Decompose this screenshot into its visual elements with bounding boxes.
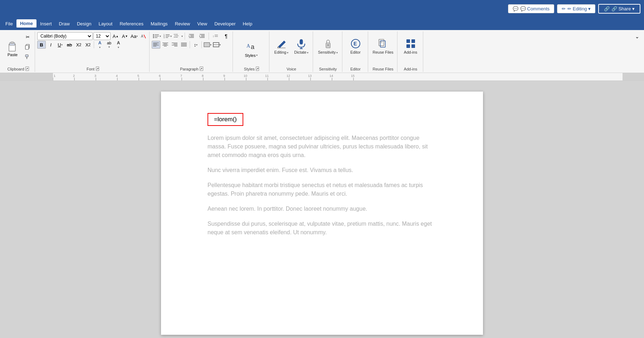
font-expand[interactable]: ↗ [96,67,99,71]
para-sep2 [209,33,209,40]
menu-mailings[interactable]: Mailings [147,20,171,28]
paragraph-group-label: Paragraph [180,66,199,71]
align-left-button[interactable] [152,41,160,49]
font-controls: Calibri (Body) 12 891011 12141618 202428… [37,32,148,65]
menu-design[interactable]: Design [73,20,95,28]
svg-text:3: 3 [94,74,96,78]
font-size-select[interactable]: 12 891011 12141618 20242836 4872 [93,32,111,40]
font-name-select[interactable]: Calibri (Body) [37,32,93,40]
sensitivity-button[interactable]: Sensitivity ▾ [316,32,340,61]
clipboard-expand[interactable]: ↗ [25,67,29,71]
editing-button[interactable]: Editing ▾ [272,32,291,61]
clear-format-button[interactable]: A [139,32,148,40]
paragraph-4[interactable]: Aenean nec lorem. In porttitor. Donec la… [208,205,436,213]
paragraph-1[interactable]: Lorem ipsum dolor sit amet, consectetuer… [208,134,436,160]
menu-layout[interactable]: Layout [95,20,116,28]
underline-button[interactable]: U▾ [56,41,64,49]
menu-references[interactable]: References [116,20,147,28]
svg-rect-75 [411,44,415,48]
styles-icon: A a [245,40,258,53]
align-center-button[interactable] [161,41,170,49]
decrease-indent-button[interactable] [186,32,196,40]
highlight-color-button[interactable]: ab ▾ [105,41,113,49]
reuse-files-button[interactable]: Reuse Files [370,32,395,61]
document-page[interactable]: =lorem() Lorem ipsum dolor sit amet, con… [161,92,483,335]
menu-bar: File Home Insert Draw Design Layout Refe… [0,18,644,30]
ribbon-group-voice: Editing ▾ Dictate ▾ Voice [270,31,313,72]
multilevel-list-button[interactable]: ▾ [173,32,183,40]
sort-button[interactable]: ↕ [210,32,220,40]
styles-expand[interactable]: ↗ [256,67,259,71]
svg-point-9 [153,34,154,35]
comments-button[interactable]: 💬 💬 Comments [508,4,554,13]
editing-btn-label: Editing [274,50,287,55]
clipboard-small-btns: ✂ [23,32,33,64]
styles-group-label: Styles [244,66,255,71]
bold-button[interactable]: B [37,41,46,49]
cut-button[interactable]: ✂ [23,32,33,41]
para-sep4 [201,41,202,48]
menu-insert[interactable]: Insert [36,20,55,28]
ribbon-group-clipboard: Paste ✂ Clipboard ↗ [2,31,35,72]
paragraph-mark-button[interactable]: ¶ [221,32,231,40]
paragraph-2[interactable]: Nunc viverra imperdiet enim. Fusce est. … [208,166,436,175]
svg-text:11: 11 [265,74,269,78]
svg-text:15: 15 [351,74,355,78]
ordered-list-button[interactable]: 1.2.3. ▾ [162,32,172,40]
font-row2: B I U▾ ab X2 X2 A ▾ ab ▾ A [37,41,123,49]
shading-color-button[interactable]: A ▾ [114,41,123,49]
document-area[interactable]: =lorem() Lorem ipsum dolor sit amet, con… [0,81,644,338]
font-color-button[interactable]: A ▾ [96,41,104,49]
change-case-button[interactable]: Aa▾ [130,32,138,40]
sensitivity-label: Sensitivity [318,50,336,55]
svg-point-13 [153,37,154,38]
paste-button[interactable]: Paste [3,32,22,64]
svg-point-25 [174,37,175,38]
para-row2: ↕▾ ▾ ▾ [152,41,221,49]
copy-button[interactable] [23,42,33,52]
font-row1: Calibri (Body) 12 891011 12141618 202428… [37,32,148,40]
shrink-font-button[interactable]: A▼ [121,32,129,40]
line-spacing-button[interactable]: ↕▾ [191,41,200,49]
format-painter-button[interactable] [23,52,33,62]
editing-mode-button[interactable]: ✏ ✏ Editing ▾ [557,4,595,13]
menu-developer[interactable]: Developer [211,20,239,28]
menu-view[interactable]: View [194,20,211,28]
strikethrough-button[interactable]: ab [65,41,74,49]
paragraph-3[interactable]: Pellentesque habitant morbi tristique se… [208,181,436,198]
font-separator1 [94,41,94,48]
increase-indent-button[interactable] [197,32,207,40]
borders-button[interactable]: ▾ [213,41,221,49]
ribbon-collapse-button[interactable]: ⌄ [634,33,641,40]
subscript-button[interactable]: X2 [74,41,83,49]
clipboard-area: Paste ✂ [3,32,33,64]
menu-draw[interactable]: Draw [55,20,73,28]
share-icon: 🔗 [604,6,610,11]
paragraph-5[interactable]: Suspendisse dui purus, scelerisque at, v… [208,220,436,237]
superscript-button[interactable]: X2 [84,41,92,49]
ribbon-collapse-area: ⌄ [632,31,642,41]
unordered-list-button[interactable]: ▾ [152,32,162,40]
svg-text:1: 1 [54,74,55,78]
menu-help[interactable]: Help [239,20,256,28]
formula-box[interactable]: =lorem() [208,113,243,126]
editor-button[interactable]: E Editor [347,32,365,61]
menu-file[interactable]: File [2,20,16,28]
share-button[interactable]: 🔗 🔗 Share ▾ [598,4,640,14]
reuse-files-label: Reuse Files [372,50,393,55]
grow-font-button[interactable]: A▲ [111,32,120,40]
svg-text:4: 4 [116,74,118,78]
addins-button[interactable]: Add-ins [402,32,420,61]
menu-review[interactable]: Review [171,20,194,28]
styles-button[interactable]: A a Styles ▾ [242,39,261,59]
justify-button[interactable] [180,41,188,49]
dictate-button[interactable]: Dictate ▾ [292,32,311,61]
svg-text:5: 5 [137,74,139,78]
paragraph-expand[interactable]: ↗ [200,67,203,71]
menu-home[interactable]: Home [16,19,36,28]
italic-button[interactable]: I [47,41,55,49]
svg-rect-2 [11,42,14,44]
shading-button[interactable]: ▾ [203,41,212,49]
align-right-button[interactable] [170,41,179,49]
formula-text[interactable]: =lorem() [214,116,237,123]
